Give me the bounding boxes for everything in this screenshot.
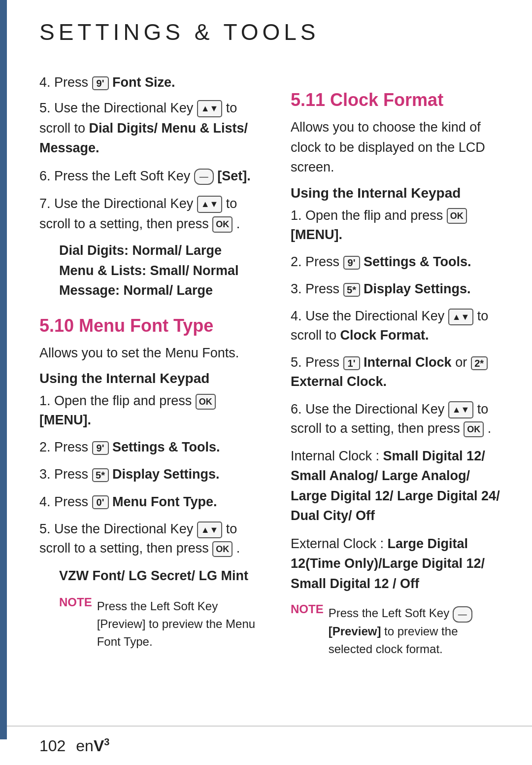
item7-text: 7. Use the Directional Key	[39, 196, 197, 211]
511-note-label: NOTE	[291, 602, 324, 616]
item-bold: Settings & Tools.	[364, 254, 471, 269]
item-text: 1. Open the flip and press	[291, 208, 447, 223]
section-510-subheading: Using the Internal Keypad	[39, 371, 261, 386]
period: .	[488, 421, 492, 436]
external-options: External Clock : Large Digital 12(Time O…	[291, 534, 502, 594]
softkey-icon: ―	[453, 606, 472, 623]
item6-label: [Set].	[217, 169, 251, 183]
510-note-text: Press the Left Soft Key [Preview] to pre…	[97, 597, 261, 651]
internal-label: Internal Clock :	[291, 449, 383, 463]
ok-key: OK	[212, 541, 233, 557]
section-511-description: Allows you to choose the kind of clock t…	[291, 117, 502, 177]
list-item: 4. Use the Directional Key ▲▼ to scroll …	[291, 307, 502, 345]
key2-icon: 2*	[471, 356, 488, 370]
list-item: 5. Press 1' Internal Clock or 2* Externa…	[291, 353, 502, 391]
item6-softkey: ―	[194, 169, 214, 185]
item6: 6. Press the Left Soft Key ― [Set].	[39, 166, 261, 186]
fontsize-options: Dial Digits: Normal/ LargeMenu & Lists: …	[59, 241, 261, 301]
key-icon: 9'	[92, 441, 109, 455]
key-icon: 0'	[92, 495, 109, 509]
brand-logo: enV3	[71, 736, 109, 755]
item-bold: Menu Font Type.	[112, 494, 217, 509]
list-item: 1. Open the flip and press OK [MENU].	[39, 391, 261, 430]
item5-text: 5. Use the Directional Key	[39, 101, 197, 115]
item-bold: [MENU].	[291, 227, 342, 242]
item-bold: Display Settings.	[364, 281, 471, 296]
item4-container: 4. Press 9' Font Size. 5. Use the Direct…	[39, 75, 261, 301]
external-label: External Clock :	[291, 536, 388, 551]
list-item: 4. Press 0' Menu Font Type.	[39, 492, 261, 512]
left-column: 4. Press 9' Font Size. 5. Use the Direct…	[39, 60, 281, 726]
item4-label: Font Size.	[112, 75, 175, 90]
item5: 5. Use the Directional Key ▲▼ to scroll …	[39, 98, 261, 158]
510-options: VZW Font/ LG Secret/ LG Mint	[59, 566, 261, 586]
list-item: 6. Use the Directional Key ▲▼ to scroll …	[291, 400, 502, 438]
item4-key: 9'	[92, 76, 109, 90]
item7-dir-key: ▲▼	[197, 196, 223, 213]
brand-en: en	[76, 737, 94, 755]
item-bold2: External Clock.	[291, 374, 387, 389]
list-item: 2. Press 9' Settings & Tools.	[291, 252, 502, 272]
left-bar	[0, 0, 7, 739]
item-bold: Display Settings.	[112, 467, 220, 482]
section-510-list: 1. Open the flip and press OK [MENU]. 2.…	[39, 391, 261, 558]
item-text: 5. Use the Directional Key	[39, 522, 197, 536]
list-item: 2. Press 9' Settings & Tools.	[39, 438, 261, 457]
period: .	[236, 541, 240, 556]
brand-v: V	[94, 737, 104, 755]
page-footer: 102 enV3	[0, 726, 532, 765]
ok-key: OK	[464, 421, 484, 437]
510-note-label: NOTE	[59, 595, 92, 609]
ok-key: OK	[447, 208, 467, 224]
fontsize-options-text: Dial Digits: Normal/ LargeMenu & Lists: …	[59, 243, 239, 298]
right-column: 5.11 Clock Format Allows you to choose t…	[281, 60, 502, 726]
page: SETTINGS & TOOLS 4. Press 9' Font Size. …	[0, 0, 532, 765]
section-510: 5.10 Menu Font Type Allows you to set th…	[39, 315, 261, 651]
511-note: NOTE Press the Left Soft Key ― [Preview]…	[291, 602, 502, 658]
item4: 4. Press 9' Font Size.	[39, 75, 261, 90]
item-or: or	[455, 355, 471, 370]
item-text: 6. Use the Directional Key	[291, 402, 448, 417]
section-511-heading: 5.11 Clock Format	[291, 90, 502, 110]
section-510-heading: 5.10 Menu Font Type	[39, 315, 261, 336]
item6-text: 6. Press the Left Soft Key	[39, 169, 194, 183]
item-text: 4. Use the Directional Key	[291, 309, 448, 323]
510-options-text: VZW Font/ LG Secret/ LG Mint	[59, 568, 248, 583]
page-title: SETTINGS & TOOLS	[39, 19, 502, 45]
ok-key: OK	[196, 394, 216, 410]
list-item: 3. Press 5* Display Settings.	[291, 279, 502, 299]
list-item: 1. Open the flip and press OK [MENU].	[291, 206, 502, 244]
item4-prefix: 4. Press	[39, 75, 92, 90]
page-number: 102	[39, 737, 66, 755]
item-num: 1. Open the flip and press	[39, 393, 196, 408]
510-note: NOTE Press the Left Soft Key [Preview] t…	[59, 595, 261, 651]
content-area: 4. Press 9' Font Size. 5. Use the Direct…	[0, 60, 532, 726]
item5-dir-key: ▲▼	[197, 100, 223, 117]
item-text: 3. Press	[291, 281, 343, 296]
internal-options: Internal Clock : Small Digital 12/ Small…	[291, 446, 502, 526]
item7-period: .	[236, 216, 240, 231]
section-511-list: 1. Open the flip and press OK [MENU]. 2.…	[291, 206, 502, 438]
item-text: 5. Press	[291, 355, 343, 370]
key1-icon: 1'	[343, 356, 360, 370]
key-icon: 9'	[343, 256, 360, 270]
item-bold1: Internal Clock	[364, 355, 452, 370]
item7: 7. Use the Directional Key ▲▼ to scroll …	[39, 194, 261, 234]
section-511: 5.11 Clock Format Allows you to choose t…	[291, 90, 502, 658]
key-icon: 5*	[343, 283, 360, 297]
item-num: 4. Press	[39, 494, 92, 509]
section-511-subheading: Using the Internal Keypad	[291, 185, 502, 201]
dir-key: ▲▼	[448, 401, 474, 418]
item7-ok: OK	[212, 216, 233, 233]
brand-sup: 3	[104, 736, 109, 747]
page-header: SETTINGS & TOOLS	[0, 0, 532, 60]
item-num: 2. Press	[39, 440, 92, 454]
item-text: 2. Press	[291, 254, 343, 269]
list-item: 3. Press 5* Display Settings.	[39, 465, 261, 484]
dir-key: ▲▼	[197, 522, 223, 538]
section-510-description: Allows you to set the Menu Fonts.	[39, 343, 261, 363]
list-item: 5. Use the Directional Key ▲▼ to scroll …	[39, 520, 261, 558]
item-bold: Settings & Tools.	[112, 440, 220, 454]
item-bold: [MENU].	[39, 413, 91, 427]
item-num: 3. Press	[39, 467, 92, 482]
